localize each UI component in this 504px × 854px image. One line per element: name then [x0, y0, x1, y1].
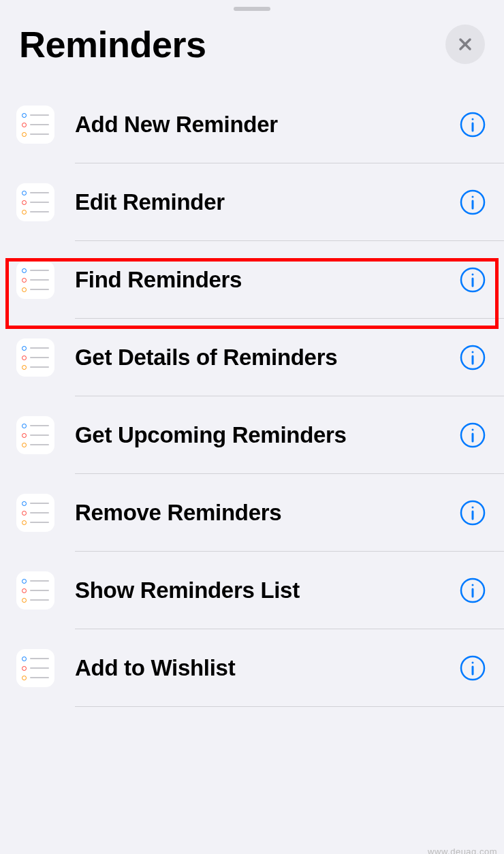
reminders-app-icon — [16, 416, 54, 454]
svg-point-15 — [472, 429, 474, 431]
sheet-header: Reminders — [0, 11, 504, 86]
action-label: Add to Wishlist — [75, 655, 458, 681]
reminders-app-icon — [16, 571, 54, 610]
page-title: Reminders — [19, 23, 206, 65]
svg-point-18 — [472, 507, 474, 509]
actions-list: Add New Reminder Edit Reminder — [0, 86, 504, 707]
reminders-app-icon — [16, 106, 54, 144]
action-row-get-upcoming-reminders[interactable]: Get Upcoming Reminders — [16, 396, 504, 474]
info-icon — [459, 189, 486, 216]
info-button[interactable] — [458, 575, 488, 605]
svg-point-3 — [472, 118, 474, 121]
action-label: Get Details of Reminders — [75, 345, 458, 370]
action-row-remove-reminders[interactable]: Remove Reminders — [16, 474, 504, 552]
reminders-app-icon — [16, 494, 54, 532]
action-row-add-new-reminder[interactable]: Add New Reminder — [16, 86, 504, 163]
info-icon — [459, 422, 486, 449]
svg-point-24 — [472, 662, 474, 664]
close-button[interactable] — [445, 25, 485, 64]
svg-point-12 — [472, 351, 474, 353]
info-icon — [459, 111, 486, 138]
watermark: www.deuaq.com — [428, 847, 497, 854]
info-button[interactable] — [458, 653, 488, 683]
action-row-show-reminders-list[interactable]: Show Reminders List — [16, 552, 504, 629]
action-label: Get Upcoming Reminders — [75, 422, 458, 448]
info-button[interactable] — [458, 343, 488, 373]
reminders-app-icon — [16, 338, 54, 377]
close-icon — [457, 36, 473, 52]
reminders-app-icon — [16, 261, 54, 299]
svg-point-9 — [472, 274, 474, 276]
action-row-find-reminders[interactable]: Find Reminders — [16, 241, 504, 319]
info-icon — [459, 577, 486, 604]
info-button[interactable] — [458, 265, 488, 295]
action-label: Find Reminders — [75, 267, 458, 293]
info-icon — [459, 266, 486, 294]
info-button[interactable] — [458, 420, 488, 450]
action-row-edit-reminder[interactable]: Edit Reminder — [16, 163, 504, 241]
info-icon — [459, 499, 486, 526]
info-icon — [459, 654, 486, 682]
reminders-app-icon — [16, 183, 54, 221]
svg-point-21 — [472, 584, 474, 586]
actions-sheet: Reminders Add New Reminder — [0, 7, 504, 854]
action-label: Edit Reminder — [75, 189, 458, 215]
info-button[interactable] — [458, 187, 488, 217]
info-button[interactable] — [458, 498, 488, 528]
action-label: Add New Reminder — [75, 112, 458, 138]
info-icon — [459, 344, 486, 371]
action-row-add-to-wishlist[interactable]: Add to Wishlist — [16, 629, 504, 707]
action-row-get-details-of-reminders[interactable]: Get Details of Reminders — [16, 319, 504, 396]
info-button[interactable] — [458, 110, 488, 140]
action-label: Show Reminders List — [75, 578, 458, 603]
svg-point-6 — [472, 196, 474, 198]
action-label: Remove Reminders — [75, 500, 458, 526]
reminders-app-icon — [16, 649, 54, 687]
